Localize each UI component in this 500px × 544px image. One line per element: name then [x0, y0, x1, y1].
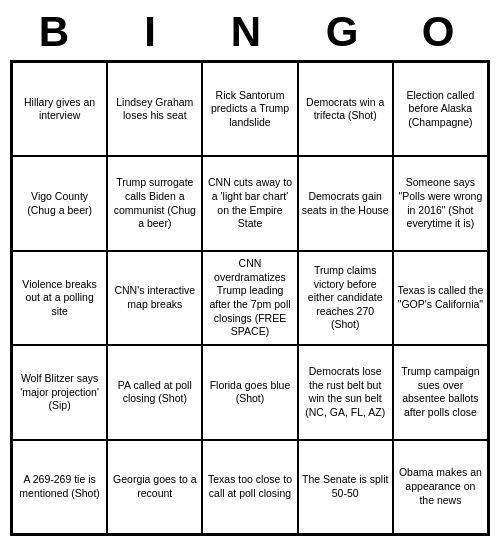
bingo-cell-23: The Senate is split 50-50 — [298, 440, 393, 534]
bingo-cell-22: Texas too close to call at poll closing — [202, 440, 297, 534]
bingo-cell-0: Hillary gives an interview — [12, 62, 107, 156]
bingo-cell-6: Trump surrogate calls Biden a communist … — [107, 156, 202, 250]
bingo-cell-13: Trump claims victory before either candi… — [298, 251, 393, 345]
bingo-cell-19: Trump campaign sues over absentee ballot… — [393, 345, 488, 439]
bingo-title: B I N G O — [10, 8, 490, 56]
bingo-cell-2: Rick Santorum predicts a Trump landslide — [202, 62, 297, 156]
bingo-cell-21: Georgia goes to a recount — [107, 440, 202, 534]
letter-b: B — [14, 8, 102, 56]
bingo-cell-4: Election called before Alaska (Champagne… — [393, 62, 488, 156]
letter-o: O — [398, 8, 486, 56]
bingo-cell-5: Vigo County (Chug a beer) — [12, 156, 107, 250]
letter-g: G — [302, 8, 390, 56]
bingo-cell-20: A 269-269 tie is mentioned (Shot) — [12, 440, 107, 534]
bingo-cell-14: Texas is called the "GOP's California" — [393, 251, 488, 345]
bingo-grid: Hillary gives an interviewLindsey Graham… — [10, 60, 490, 536]
bingo-cell-3: Democrats win a trifecta (Shot) — [298, 62, 393, 156]
bingo-cell-17: Florida goes blue (Shot) — [202, 345, 297, 439]
bingo-cell-16: PA called at poll closing (Shot) — [107, 345, 202, 439]
letter-i: I — [110, 8, 198, 56]
bingo-cell-15: Wolf Blitzer says 'major projection' (Si… — [12, 345, 107, 439]
bingo-cell-18: Democrats lose the rust belt but win the… — [298, 345, 393, 439]
letter-n: N — [206, 8, 294, 56]
bingo-cell-11: CNN's interactive map breaks — [107, 251, 202, 345]
bingo-cell-9: Someone says "Polls were wrong in 2016" … — [393, 156, 488, 250]
bingo-cell-24: Obama makes an appearance on the news — [393, 440, 488, 534]
bingo-cell-10: Violence breaks out at a polling site — [12, 251, 107, 345]
bingo-cell-7: CNN cuts away to a 'light bar chart' on … — [202, 156, 297, 250]
bingo-cell-12: CNN overdramatizes Trump leading after t… — [202, 251, 297, 345]
bingo-cell-8: Democrats gain seats in the House — [298, 156, 393, 250]
bingo-cell-1: Lindsey Graham loses his seat — [107, 62, 202, 156]
